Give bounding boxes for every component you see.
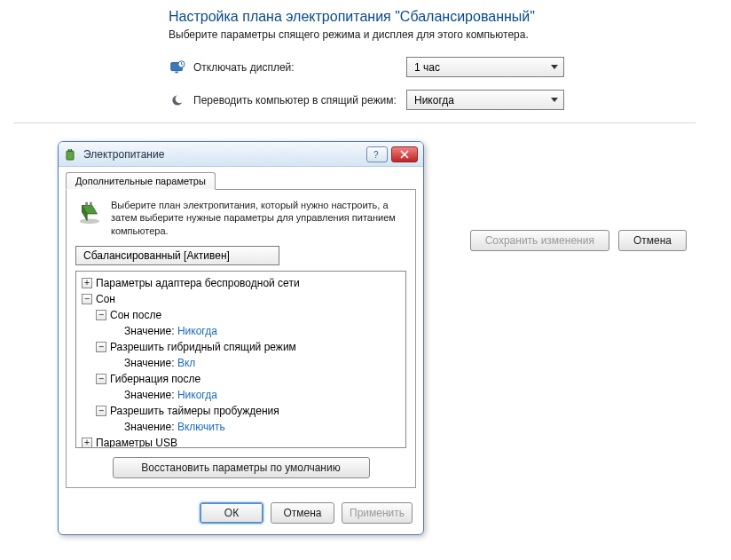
svg-text:?: ? [373,150,379,159]
svg-rect-5 [67,151,74,160]
tree-item-wake-timers[interactable]: − Разрешить таймеры пробуждения [78,403,404,419]
svg-rect-1 [175,71,178,73]
svg-rect-6 [68,149,70,152]
dialog-title: Электропитание [83,148,363,161]
tree-value-hybrid[interactable]: Значение: Вкл [78,355,404,371]
tabstrip: Дополнительные параметры [59,167,423,190]
power-options-dialog: Электропитание ? Дополнительные параметр… [58,141,424,535]
battery-icon [75,199,102,225]
close-button[interactable] [391,146,418,162]
svg-rect-10 [85,202,88,206]
chevron-down-icon [551,65,558,69]
sleep-label: Переводить компьютер в спящий режим: [193,94,406,106]
ok-button[interactable]: ОК [200,502,263,524]
row-sleep: Переводить компьютер в спящий режим: Ник… [0,90,731,110]
collapse-icon[interactable]: − [96,406,106,416]
row-display-off: Отключать дисплей: 1 час [0,57,731,77]
help-button[interactable]: ? [366,146,388,162]
svg-rect-11 [90,202,92,206]
dialog-button-row: ОК Отмена Применить [59,495,423,534]
tab-panel: Выберите план электропитания, который ну… [66,189,416,488]
cancel-page-button[interactable]: Отмена [618,230,687,251]
sleep-dropdown[interactable]: Никогда [406,90,564,110]
tree-item-usb[interactable]: + Параметры USB [78,435,404,448]
save-button: Сохранить изменения [470,230,609,251]
plan-dropdown-value: Сбалансированный [Активен] [83,249,230,262]
collapse-icon[interactable]: − [96,374,106,384]
tree-value-wake-timers[interactable]: Значение: Включить [78,419,404,435]
display-icon [169,59,186,76]
collapse-icon[interactable]: − [82,294,92,304]
display-off-label: Отключать дисплей: [193,61,406,74]
sleep-value: Никогда [414,94,454,106]
restore-defaults-button[interactable]: Восстановить параметры по умолчанию [113,457,370,478]
expand-icon[interactable]: + [82,438,92,448]
settings-tree[interactable]: + Параметры адаптера беспроводной сети −… [75,271,406,448]
power-icon [64,147,78,162]
expand-icon[interactable]: + [82,278,92,288]
tree-value-hibernate[interactable]: Значение: Никогда [78,387,404,403]
dialog-description: Выберите план электропитания, который ну… [111,199,406,237]
tree-item-sleep-after[interactable]: − Сон после [78,307,404,323]
tree-item-hibernate[interactable]: − Гибернация после [78,371,404,387]
svg-point-9 [80,219,100,225]
divider [13,122,696,123]
tree-item-wireless[interactable]: + Параметры адаптера беспроводной сети [78,275,404,291]
cancel-button[interactable]: Отмена [271,502,334,524]
page-title: Настройка плана электропитания "Сбаланси… [0,9,731,25]
collapse-icon[interactable]: − [96,342,106,352]
collapse-icon[interactable]: − [96,310,106,320]
tree-item-sleep[interactable]: − Сон [78,291,404,307]
page-subtitle: Выберите параметры спящего режима и дисп… [0,28,731,41]
moon-icon [169,91,186,109]
svg-rect-7 [71,149,73,152]
svg-point-4 [176,94,185,103]
tree-item-hybrid[interactable]: − Разрешить гибридный спящий режим [78,339,404,355]
display-off-value: 1 час [414,61,440,74]
chevron-down-icon [551,98,558,102]
plan-dropdown[interactable]: Сбалансированный [Активен] [75,246,279,265]
tree-value-sleep-after[interactable]: Значение: Никогда [78,323,404,339]
apply-button: Применить [342,502,413,524]
display-off-dropdown[interactable]: 1 час [406,57,564,77]
titlebar[interactable]: Электропитание ? [59,142,423,167]
tab-advanced[interactable]: Дополнительные параметры [66,172,216,190]
